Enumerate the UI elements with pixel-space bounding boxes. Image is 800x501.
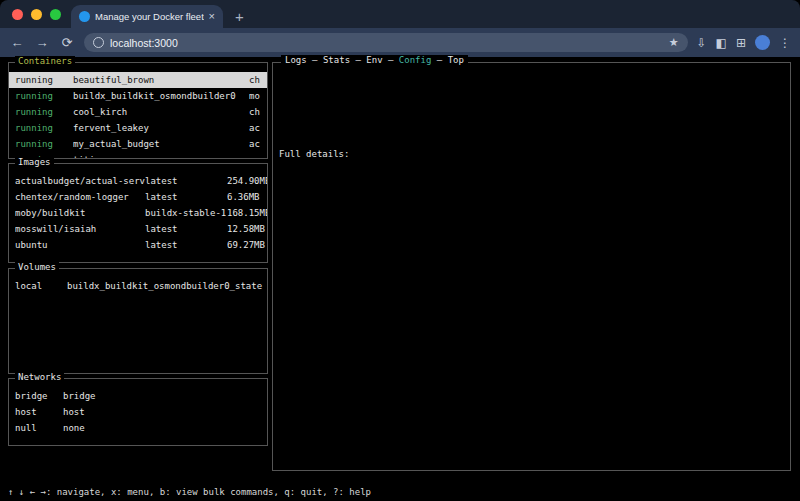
- container-name: beautiful_brown: [73, 72, 249, 88]
- inspector-tab[interactable]: Env —: [366, 55, 399, 65]
- network-row[interactable]: host host: [9, 404, 267, 420]
- network-name: bridge: [15, 388, 63, 404]
- container-status: running: [15, 88, 73, 104]
- container-image: [249, 152, 267, 158]
- volumes-panel: Volumes local buildx_buildkit_osmondbuil…: [8, 268, 268, 374]
- image-size: 168.15MB: [227, 205, 267, 221]
- config-summary: ID:16798fad3ee5d2f4d72a4c7c35eafd5b5d040…: [279, 72, 784, 132]
- volume-name: buildx_buildkit_osmondbuilder0_state: [67, 278, 267, 294]
- address-bar[interactable]: localhost:3000 ★: [84, 33, 688, 52]
- container-name: fervent_leakey: [73, 120, 249, 136]
- volumes-list: local buildx_buildkit_osmondbuilder0_sta…: [9, 269, 267, 373]
- container-status: running: [15, 136, 73, 152]
- full-details-heading: Full details:: [279, 147, 784, 162]
- url-text[interactable]: localhost:3000: [110, 37, 663, 49]
- container-name: titi: [73, 152, 249, 158]
- back-icon[interactable]: ←: [9, 35, 25, 50]
- tab-separator: —: [383, 55, 399, 65]
- image-row[interactable]: moby/buildkit buildx-stable-1 168.15MB: [9, 205, 267, 221]
- detail-line: StartedAt: "2024-01-03T16:37:17.08599675…: [279, 417, 784, 432]
- image-row[interactable]: actualbudget/actual-server latest 254.90…: [9, 173, 267, 189]
- network-row[interactable]: bridge bridge: [9, 388, 267, 404]
- inspector-tab[interactable]: Logs —: [285, 55, 323, 65]
- tab-close-icon[interactable]: ×: [209, 11, 215, 22]
- container-status: running: [15, 120, 73, 136]
- forward-icon[interactable]: →: [34, 35, 50, 50]
- inspector-panel: Logs — Stats — Env — Config: [272, 62, 791, 471]
- container-name: cool_kirch: [73, 104, 249, 120]
- container-image: ac: [249, 136, 267, 152]
- image-tag: buildx-stable-1: [145, 205, 227, 221]
- window-close-button[interactable]: [12, 9, 23, 20]
- container-row[interactable]: running cool_kirch ch: [9, 104, 267, 120]
- profile-avatar[interactable]: [755, 35, 770, 50]
- volume-driver: local: [15, 278, 67, 294]
- network-driver: host: [63, 404, 267, 420]
- image-tag: latest: [145, 189, 227, 205]
- images-panel: Images actualbudget/actual-server latest…: [8, 163, 268, 263]
- networks-list: bridge bridge host host null none: [9, 379, 267, 445]
- container-row[interactable]: running fervent_leakey ac: [9, 120, 267, 136]
- detail-line: Restarting: false: [279, 327, 784, 342]
- container-image: ch: [249, 72, 267, 88]
- networks-panel-title: Networks: [15, 372, 64, 382]
- extensions-icon[interactable]: ⊞: [736, 36, 746, 50]
- window-zoom-button[interactable]: [50, 9, 61, 20]
- inspector-tab[interactable]: Stats —: [323, 55, 366, 65]
- bookmark-star-icon[interactable]: ★: [669, 36, 679, 49]
- browser-toolbar: ← → ⟳ localhost:3000 ★ ⇩ ◧ ⊞ ⋮: [0, 28, 800, 57]
- network-driver: bridge: [63, 388, 267, 404]
- window-minimize-button[interactable]: [31, 9, 42, 20]
- container-row[interactable]: running buildx_buildkit_osmondbuilder0 m…: [9, 88, 267, 104]
- container-row[interactable]: running my_actual_budget ac: [9, 136, 267, 152]
- docker-favicon-icon: [79, 11, 90, 22]
- detail-line: OOMKilled: false: [279, 342, 784, 357]
- volume-row[interactable]: local buildx_buildkit_osmondbuilder0_sta…: [9, 278, 267, 294]
- network-row[interactable]: null none: [9, 420, 267, 436]
- detail-line: - "100": [279, 237, 784, 252]
- tab-separator: —: [350, 55, 366, 65]
- downloads-icon[interactable]: ⇩: [697, 36, 707, 50]
- container-row[interactable]: running beautiful_brown ch: [9, 72, 267, 88]
- inspector-content: ID:16798fad3ee5d2f4d72a4c7c35eafd5b5d040…: [273, 63, 790, 470]
- detail-line: ResolvConfPath: "/var/lib/docker/contain…: [279, 462, 784, 470]
- image-row[interactable]: chentex/random-logger latest 6.36MB: [9, 189, 267, 205]
- image-size: 6.36MB: [227, 189, 267, 205]
- tab-separator: —: [307, 55, 323, 65]
- new-tab-button[interactable]: +: [235, 9, 244, 24]
- image-row[interactable]: mosswill/isaiah latest 12.58MB: [9, 221, 267, 237]
- containers-list: running beautiful_brown ch running build…: [9, 63, 267, 158]
- detail-line: FinishedAt: "2024-01-03T16:37:16.9184262…: [279, 432, 784, 447]
- isaiah-terminal-ui: Containers running beautiful_brown ch ru…: [0, 57, 800, 483]
- image-row[interactable]: ubuntu latest 69.27MB: [9, 237, 267, 253]
- image-size: 254.90MB: [227, 173, 267, 189]
- container-image: ch: [249, 104, 267, 120]
- summary-line: Command:/entrypoint.sh 100 5000: [279, 117, 784, 132]
- side-panel-icon[interactable]: ◧: [716, 36, 727, 50]
- inspector-tabs: Logs — Stats — Env — Config: [281, 55, 468, 65]
- container-image: mo: [249, 88, 267, 104]
- browser-tab-strip: Manage your Docker fleet w × +: [0, 0, 800, 28]
- browser-tab[interactable]: Manage your Docker fleet w ×: [71, 5, 223, 28]
- image-name: moby/buildkit: [15, 205, 145, 221]
- detail-line: Running: true: [279, 297, 784, 312]
- container-status: running: [15, 104, 73, 120]
- inspector-tab[interactable]: Config —: [399, 55, 448, 65]
- detail-line: Dead: false: [279, 357, 784, 372]
- containers-panel: Containers running beautiful_brown ch ru…: [8, 62, 268, 159]
- detail-line: Created: "2023-12-10T00:21:41.938158712Z…: [279, 192, 784, 207]
- window-controls: [12, 0, 61, 28]
- inspector-tab[interactable]: Top —: [448, 55, 464, 65]
- site-info-icon[interactable]: [93, 37, 104, 48]
- detail-line: Pid: 47575: [279, 372, 784, 387]
- image-name: mosswill/isaiah: [15, 221, 145, 237]
- detail-line: Paused: false: [279, 312, 784, 327]
- network-driver: none: [63, 420, 267, 436]
- image-name: chentex/random-logger: [15, 189, 145, 205]
- volumes-panel-title: Volumes: [15, 262, 59, 272]
- tab-title: Manage your Docker fleet w: [95, 11, 204, 22]
- container-name: my_actual_budget: [73, 136, 249, 152]
- reload-icon[interactable]: ⟳: [59, 35, 75, 50]
- network-name: null: [15, 420, 63, 436]
- browser-menu-icon[interactable]: ⋮: [779, 36, 791, 50]
